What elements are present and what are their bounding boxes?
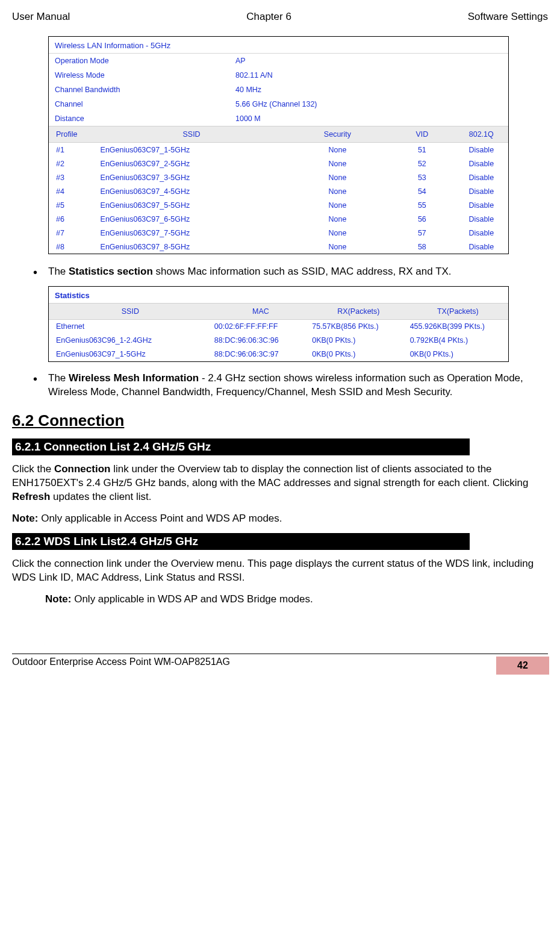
table-row: #5EnGenius063C97_5-5GHzNone55Disable: [49, 198, 508, 212]
table-row: #7EnGenius063C97_7-5GHzNone57Disable: [49, 226, 508, 240]
heading-6-2-2: 6.2.2 WDS Link List2.4 GHz/5 GHz: [12, 533, 470, 550]
page-header: User Manual Chapter 6 Software Settings: [12, 6, 548, 29]
heading-6-2-1: 6.2.1 Connection List 2.4 GHz/5 GHz: [12, 438, 470, 455]
table-row: #1EnGenius063C97_1-5GHzNone51Disable: [49, 143, 508, 157]
heading-6-2: 6.2 Connection: [12, 411, 548, 430]
info-row: Channel Bandwidth40 MHz: [49, 83, 508, 97]
page-footer: Outdoor Enterprise Access Point WM-OAP82…: [12, 654, 548, 675]
table-row: EnGenius063C97_1-5GHz88:DC:96:06:3C:970K…: [49, 348, 508, 361]
footer-text: Outdoor Enterprise Access Point WM-OAP82…: [12, 657, 230, 667]
header-center: Chapter 6: [246, 11, 291, 23]
table-row: #2EnGenius063C97_2-5GHzNone52Disable: [49, 157, 508, 170]
wlan-subheader: Profile SSID Security VID 802.1Q: [49, 126, 508, 143]
table-row: EnGenius063C96_1-2.4GHz88:DC:96:06:3C:96…: [49, 334, 508, 348]
stats-title: Statistics: [49, 287, 508, 303]
info-row: Wireless Mode802.11 A/N: [49, 68, 508, 83]
statistics-table: Statistics SSID MAC RX(Packets) TX(Packe…: [48, 286, 509, 362]
table-row: #8EnGenius063C97_8-5GHzNone58Disable: [49, 240, 508, 254]
info-row: Distance1000 M: [49, 111, 508, 126]
table-row: Ethernet00:02:6F:FF:FF:FF75.57KB(856 PKt…: [49, 320, 508, 334]
bullet-stats: The Statistics section shows Mac informa…: [30, 265, 548, 284]
paragraph-wds: Click the connection link under the Over…: [12, 557, 548, 585]
header-left: User Manual: [12, 11, 70, 23]
info-row: Channel5.66 GHz (Channel 132): [49, 97, 508, 111]
note-2: Note: Only applicable in WDS AP and WDS …: [45, 593, 548, 605]
page-number: 42: [496, 657, 549, 675]
bullet-mesh: The Wireless Mesh Information - 2.4 GHz …: [30, 372, 548, 404]
info-row: Operation ModeAP: [49, 54, 508, 68]
header-right: Software Settings: [468, 11, 548, 23]
table-row: #3EnGenius063C97_3-5GHzNone53Disable: [49, 170, 508, 184]
note-1: Note: Only applicable in Access Point an…: [12, 513, 548, 525]
stats-subheader: SSID MAC RX(Packets) TX(Packets): [49, 303, 508, 320]
table-row: #6EnGenius063C97_6-5GHzNone56Disable: [49, 212, 508, 226]
paragraph-connection: Click the Connection link under the Over…: [12, 463, 548, 504]
wlan-title: Wireless LAN Information - 5GHz: [49, 37, 508, 53]
table-row: #4EnGenius063C97_4-5GHzNone54Disable: [49, 184, 508, 198]
wlan-info-table: Wireless LAN Information - 5GHz Operatio…: [48, 36, 509, 254]
